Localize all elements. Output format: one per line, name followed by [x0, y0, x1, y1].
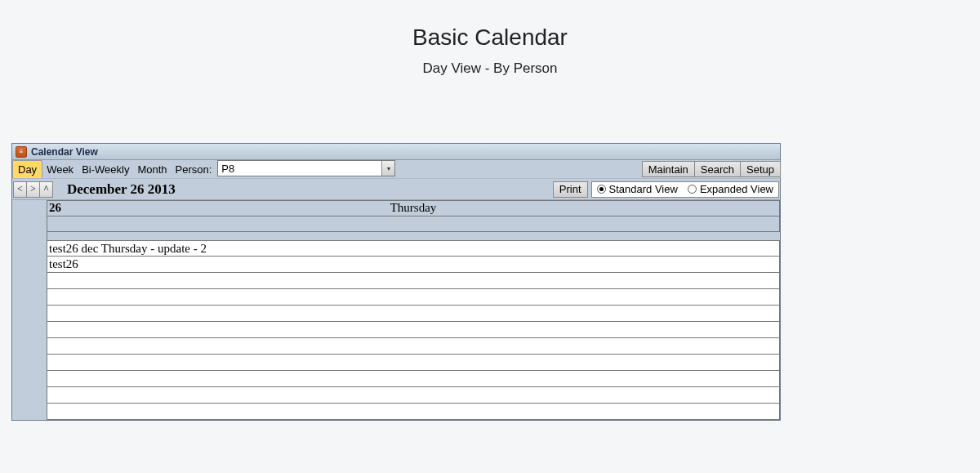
tab-week[interactable]: Week: [42, 160, 78, 178]
event-row[interactable]: [47, 355, 780, 371]
dropdown-icon[interactable]: ▾: [381, 161, 394, 176]
event-row[interactable]: test26 dec Thursday - update - 2: [47, 240, 780, 257]
setup-button[interactable]: Setup: [740, 161, 781, 177]
radio-icon: [688, 185, 697, 194]
print-button[interactable]: Print: [553, 181, 588, 198]
next-button[interactable]: >: [26, 181, 40, 198]
current-date: December 26 2013: [67, 181, 176, 198]
view-options: Standard View Expanded View: [591, 181, 779, 198]
radio-standard-view[interactable]: Standard View: [597, 183, 678, 195]
event-row[interactable]: [47, 387, 780, 404]
time-gutter: [12, 200, 47, 232]
titlebar: ≡ Calendar View: [12, 144, 780, 160]
day-header: 26 Thursday: [12, 199, 780, 232]
tab-day[interactable]: Day: [12, 160, 42, 178]
events-list: test26 dec Thursday - update - 2test26: [47, 240, 780, 420]
window-title: Calendar View: [31, 146, 98, 158]
prev-button[interactable]: <: [13, 181, 27, 198]
event-row[interactable]: [47, 306, 780, 322]
event-row[interactable]: [47, 371, 780, 387]
event-row[interactable]: test26: [47, 257, 780, 273]
tab-biweekly[interactable]: Bi-Weekly: [78, 160, 133, 178]
search-button[interactable]: Search: [694, 161, 741, 177]
app-icon: ≡: [16, 146, 27, 158]
person-label: Person:: [172, 160, 216, 178]
day-header-row: 26 Thursday: [47, 200, 780, 216]
page-header: Basic Calendar Day View - By Person: [0, 0, 980, 77]
event-row[interactable]: [47, 273, 780, 289]
event-row[interactable]: [47, 289, 780, 306]
person-select[interactable]: P8 ▾: [217, 160, 395, 176]
day-number: 26: [49, 201, 61, 215]
event-row[interactable]: [47, 338, 780, 355]
radio-expanded-label: Expanded View: [700, 183, 773, 195]
tab-month[interactable]: Month: [133, 160, 171, 178]
up-button[interactable]: ^: [39, 181, 53, 198]
radio-expanded-view[interactable]: Expanded View: [688, 183, 773, 195]
maintain-button[interactable]: Maintain: [642, 161, 695, 177]
event-row[interactable]: [47, 322, 780, 338]
events-gutter: [12, 240, 47, 420]
toolbar: Day Week Bi-Weekly Month Person: P8 ▾ Ma…: [12, 160, 780, 178]
events-area: test26 dec Thursday - update - 2test26: [12, 240, 780, 420]
event-row[interactable]: [47, 404, 780, 420]
person-value: P8: [218, 163, 381, 175]
page-subtitle: Day View - By Person: [0, 60, 980, 77]
calendar-window: ≡ Calendar View Day Week Bi-Weekly Month…: [11, 143, 781, 421]
page-title: Basic Calendar: [0, 25, 980, 51]
radio-standard-label: Standard View: [609, 183, 678, 195]
radio-icon: [597, 185, 606, 194]
navbar: < > ^ December 26 2013 Print Standard Vi…: [12, 178, 780, 199]
day-name: Thursday: [390, 201, 437, 215]
day-subheader-row: [47, 216, 780, 232]
separator-row: [12, 232, 780, 240]
